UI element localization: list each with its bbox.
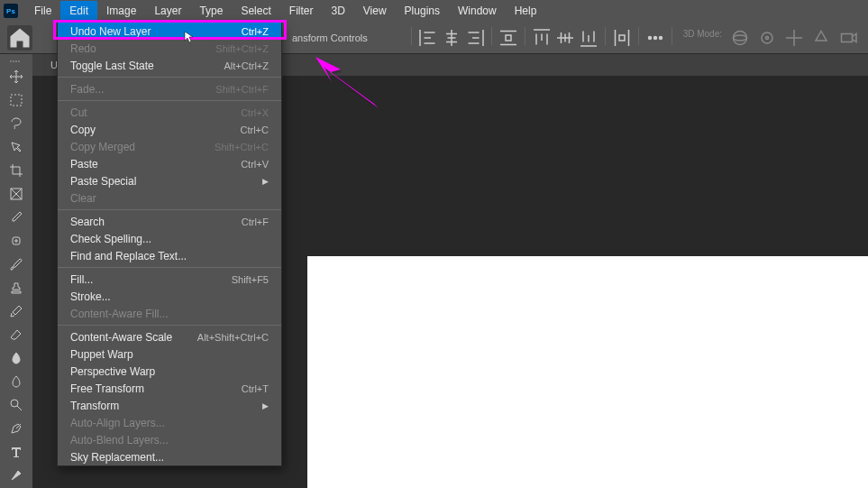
menu-item-sky-replacement[interactable]: Sky Replacement... bbox=[58, 448, 281, 465]
menu-item-content-aware-fill: Content-Aware Fill... bbox=[58, 305, 281, 322]
frame-tool-icon[interactable] bbox=[4, 182, 29, 206]
menu-image[interactable]: Image bbox=[97, 1, 145, 21]
distribute-v-icon[interactable] bbox=[611, 27, 633, 49]
menu-item-shortcut: Ctrl+X bbox=[241, 107, 269, 118]
menu-item-label: Content-Aware Scale bbox=[70, 331, 172, 344]
menu-edit[interactable]: Edit bbox=[60, 1, 97, 21]
menu-file[interactable]: File bbox=[25, 1, 60, 21]
menu-help[interactable]: Help bbox=[506, 1, 546, 21]
submenu-arrow-icon: ▶ bbox=[262, 401, 269, 410]
menu-item-label: Sky Replacement... bbox=[70, 451, 164, 464]
svg-point-0 bbox=[647, 35, 652, 40]
history-brush-icon[interactable] bbox=[4, 299, 29, 323]
crop-tool-icon[interactable] bbox=[4, 159, 29, 182]
menu-select[interactable]: Select bbox=[232, 1, 279, 21]
eraser-tool-icon[interactable] bbox=[4, 323, 29, 346]
menu-item-free-transform[interactable]: Free TransformCtrl+T bbox=[58, 380, 281, 397]
submenu-arrow-icon: ▶ bbox=[262, 177, 269, 186]
menu-item-cut: CutCtrl+X bbox=[58, 104, 281, 121]
home-button[interactable] bbox=[7, 25, 32, 51]
type-tool-icon[interactable] bbox=[4, 440, 29, 464]
move-tool-icon[interactable] bbox=[4, 65, 29, 88]
pen-tool-icon[interactable] bbox=[4, 417, 29, 440]
edit-menu-dropdown: Undo New LayerCtrl+ZRedoShift+Ctrl+ZTogg… bbox=[57, 22, 282, 466]
distribute-h-icon[interactable] bbox=[498, 27, 519, 49]
transform-controls-label: ansform Controls bbox=[292, 32, 368, 43]
menu-type[interactable]: Type bbox=[190, 1, 232, 21]
eyedropper-tool-icon[interactable] bbox=[4, 206, 29, 229]
path-tool-icon[interactable] bbox=[4, 464, 29, 487]
menu-item-auto-align-layers: Auto-Align Layers... bbox=[58, 414, 281, 431]
menu-item-label: Copy bbox=[70, 124, 96, 136]
menu-item-paste[interactable]: PasteCtrl+V bbox=[58, 155, 281, 172]
menu-item-clear: Clear bbox=[58, 189, 281, 207]
menu-item-label: Content-Aware Fill... bbox=[70, 308, 169, 320]
menu-item-shortcut: Shift+Ctrl+C bbox=[215, 142, 269, 152]
menu-item-label: Undo New Layer bbox=[70, 25, 151, 38]
dodge-tool-icon[interactable] bbox=[4, 393, 29, 417]
menu-item-label: Fade... bbox=[70, 83, 104, 96]
menu-item-perspective-warp[interactable]: Perspective Warp bbox=[58, 363, 281, 380]
menu-item-paste-special[interactable]: Paste Special▶ bbox=[58, 172, 281, 189]
svg-point-2 bbox=[658, 35, 662, 40]
lasso-tool-icon[interactable] bbox=[4, 112, 29, 135]
menu-item-shortcut: Ctrl+Z bbox=[242, 26, 269, 37]
menu-item-label: Fill... bbox=[70, 273, 93, 286]
menu-item-shortcut: Ctrl+V bbox=[241, 159, 269, 170]
3d-orbit-icon[interactable] bbox=[729, 27, 751, 49]
menu-item-shortcut: Shift+F5 bbox=[232, 274, 269, 285]
svg-point-3 bbox=[734, 31, 747, 44]
more-options-icon[interactable] bbox=[644, 27, 666, 49]
3d-pan-icon[interactable] bbox=[756, 27, 778, 49]
svg-rect-7 bbox=[842, 33, 853, 41]
stamp-tool-icon[interactable] bbox=[4, 276, 29, 299]
menu-separator bbox=[58, 77, 281, 78]
menu-separator bbox=[58, 267, 281, 268]
menu-item-copy[interactable]: CopyCtrl+C bbox=[58, 121, 281, 138]
svg-point-4 bbox=[734, 35, 747, 41]
menu-separator bbox=[58, 100, 281, 101]
menu-item-transform[interactable]: Transform▶ bbox=[58, 397, 281, 414]
svg-point-11 bbox=[11, 400, 18, 407]
blur-tool-icon[interactable] bbox=[4, 370, 29, 393]
menu-window[interactable]: Window bbox=[449, 1, 506, 21]
menu-plugins[interactable]: Plugins bbox=[396, 1, 449, 21]
gradient-tool-icon[interactable] bbox=[4, 346, 29, 370]
menu-filter[interactable]: Filter bbox=[280, 1, 323, 21]
menu-layer[interactable]: Layer bbox=[145, 1, 190, 21]
menu-item-label: Cut bbox=[70, 106, 87, 119]
menu-separator bbox=[58, 209, 281, 210]
menu-item-stroke[interactable]: Stroke... bbox=[58, 288, 281, 305]
document-canvas[interactable] bbox=[307, 256, 868, 488]
svg-rect-8 bbox=[11, 95, 22, 106]
menu-item-content-aware-scale[interactable]: Content-Aware ScaleAlt+Shift+Ctrl+C bbox=[58, 328, 281, 345]
menu-item-find-and-replace-text[interactable]: Find and Replace Text... bbox=[58, 247, 281, 264]
marquee-tool-icon[interactable] bbox=[4, 88, 29, 112]
tools-drag-handle[interactable] bbox=[0, 58, 32, 65]
menu-item-label: Puppet Warp bbox=[70, 348, 133, 361]
align-right-icon[interactable] bbox=[464, 27, 486, 49]
healing-tool-icon[interactable] bbox=[4, 229, 29, 253]
menu-item-shortcut: Ctrl+F bbox=[242, 216, 269, 227]
menu-item-shortcut: Ctrl+T bbox=[242, 383, 269, 394]
align-top-icon[interactable] bbox=[531, 27, 553, 49]
align-left-icon[interactable] bbox=[417, 27, 439, 49]
align-bottom-icon[interactable] bbox=[578, 27, 599, 49]
menu-item-label: Free Transform bbox=[70, 382, 144, 395]
menu-3d[interactable]: 3D bbox=[322, 1, 353, 21]
menu-view[interactable]: View bbox=[354, 1, 396, 21]
selection-tool-icon[interactable] bbox=[4, 135, 29, 159]
brush-tool-icon[interactable] bbox=[4, 253, 29, 276]
menu-item-toggle-last-state[interactable]: Toggle Last StateAlt+Ctrl+Z bbox=[58, 57, 281, 74]
3d-camera-icon[interactable] bbox=[837, 27, 859, 49]
menu-item-check-spelling[interactable]: Check Spelling... bbox=[58, 230, 281, 247]
menu-item-label: Find and Replace Text... bbox=[70, 250, 187, 262]
3d-scale-icon[interactable] bbox=[810, 27, 832, 49]
menu-item-puppet-warp[interactable]: Puppet Warp bbox=[58, 345, 281, 363]
align-center-h-icon[interactable] bbox=[441, 27, 462, 49]
3d-move-icon[interactable] bbox=[783, 27, 805, 49]
align-center-v-icon[interactable] bbox=[554, 27, 576, 49]
menu-item-undo-new-layer[interactable]: Undo New LayerCtrl+Z bbox=[58, 23, 281, 40]
menu-item-fill[interactable]: Fill...Shift+F5 bbox=[58, 271, 281, 288]
menu-item-search[interactable]: SearchCtrl+F bbox=[58, 213, 281, 230]
